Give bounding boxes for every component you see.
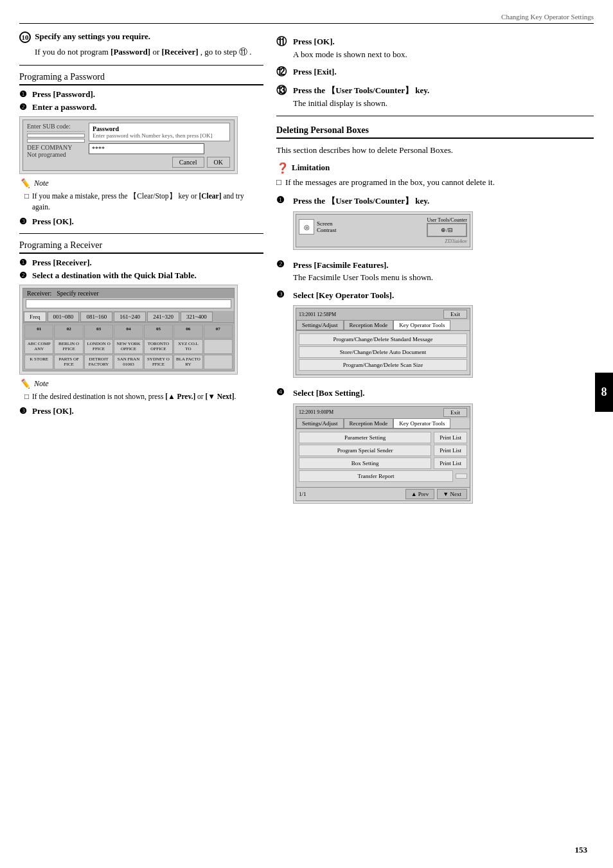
page: Changing Key Operator Settings 10 Specif… bbox=[0, 0, 613, 868]
box-next-btn[interactable]: ▼ Next bbox=[437, 489, 467, 499]
del-step3: ❸ Select [Key Operator Tools]. 13:2001 1… bbox=[276, 289, 594, 382]
recv-cell[interactable]: SYDNEY OFFICE bbox=[144, 355, 173, 369]
recv-cell[interactable]: ABC COMPANY bbox=[24, 339, 53, 354]
screen-field1 bbox=[27, 134, 85, 137]
box-print-3[interactable]: Print List bbox=[434, 457, 467, 469]
box-setting-time: 12:2001 9:00PM bbox=[299, 409, 333, 415]
del-step3-number: ❸ bbox=[276, 289, 290, 300]
del-step1: ❶ Press the 【User Tools/Counter】 key. ◎ bbox=[276, 195, 594, 254]
box-label-2[interactable]: Program Special Sender bbox=[299, 445, 431, 456]
recv-note-body: If the desired destination is not shown,… bbox=[19, 391, 263, 402]
recv-cell[interactable]: K STORE bbox=[24, 355, 53, 369]
receiver-screen: Receiver: Specify receiver Freq 001~080 … bbox=[19, 285, 238, 375]
key-op-tab-settings[interactable]: Settings/Adjust bbox=[296, 320, 344, 330]
step12: ⑫ Press [Exit]. bbox=[276, 66, 594, 79]
recv-cell: 02 bbox=[54, 324, 83, 339]
screen-item1: Screen bbox=[317, 220, 337, 227]
key-op-tab-reception[interactable]: Reception Mode bbox=[344, 320, 394, 330]
recv-tab-4[interactable]: 241~320 bbox=[147, 312, 179, 322]
recv-tab-2[interactable]: 081~160 bbox=[80, 312, 112, 322]
left-column: 10 Specify any settings you require. If … bbox=[19, 30, 263, 513]
step10-text: Specify any settings you require. bbox=[35, 31, 150, 41]
recv-cell[interactable]: NEW YORKOFFICE bbox=[114, 339, 143, 354]
recv-cell[interactable]: TORONTOOFFICE bbox=[144, 339, 173, 354]
key-op-time: 13:2001 12:58PM bbox=[299, 312, 336, 317]
receiver-step3-bullet: ❸ bbox=[19, 406, 30, 416]
recv-note-label: Note bbox=[34, 379, 49, 389]
recv-cell: 03 bbox=[84, 324, 113, 339]
step11-text: Press [OK]. bbox=[293, 37, 335, 46]
key-op-item-2[interactable]: Store/Change/Delete Auto Document bbox=[299, 346, 467, 358]
password-note: ✏️ Note If you make a mistake, press the… bbox=[19, 178, 263, 213]
step11-number: ⑪ bbox=[276, 35, 290, 49]
box-setting-tab-reception[interactable]: Reception Mode bbox=[344, 418, 394, 429]
recv-cell[interactable] bbox=[204, 355, 233, 369]
step13-detail: The initial display is shown. bbox=[293, 97, 594, 110]
screen-input-value: **** bbox=[92, 145, 105, 152]
right-column: ⑪ Press [OK]. A box mode is shown next t… bbox=[276, 30, 594, 513]
key-op-item-1[interactable]: Program/Change/Delete Standard Message bbox=[299, 333, 467, 345]
page-header: Changing Key Operator Settings bbox=[19, 13, 594, 24]
box-print-1[interactable]: Print List bbox=[434, 432, 467, 443]
del-step1-text: Press the 【User Tools/Counter】 key. bbox=[293, 196, 429, 206]
box-label-3[interactable]: Box Setting bbox=[299, 457, 431, 469]
box-setting-tab-settings[interactable]: Settings/Adjust bbox=[296, 418, 344, 429]
box-setting-tab-keyop[interactable]: Key Operator Tools bbox=[393, 418, 450, 429]
box-label-4[interactable]: Transfer Report bbox=[299, 470, 453, 482]
password-step3: ❸ Press [OK]. bbox=[19, 217, 263, 227]
receiver-step2-bullet: ❷ bbox=[19, 270, 30, 281]
key-op-tab-keyop[interactable]: Key Operator Tools bbox=[393, 320, 450, 330]
page-number: 153 bbox=[575, 845, 588, 855]
recv-cell[interactable]: LONDON OFFICE bbox=[84, 339, 113, 354]
password-step3-bullet: ❸ bbox=[19, 217, 30, 227]
screen-company: DEF COMPANY bbox=[27, 144, 85, 151]
screen-field2 bbox=[27, 139, 85, 143]
recv-cell[interactable]: SAN FRAN01003 bbox=[114, 355, 143, 369]
receiver-note: ✏️ Note If the desired destination is no… bbox=[19, 378, 263, 402]
recv-cell[interactable]: XYZ CO.LTO bbox=[173, 339, 202, 354]
note-label: Note bbox=[34, 179, 49, 188]
screen-hint: Enter password with Number keys, then pr… bbox=[93, 132, 226, 139]
recv-cell[interactable] bbox=[204, 339, 233, 354]
recv-cell[interactable]: BERLIN OFFICE bbox=[54, 339, 83, 354]
box-label-1[interactable]: Parameter Setting bbox=[299, 432, 431, 443]
screen-not-programed: Not programed bbox=[27, 151, 85, 158]
recv-tab-1[interactable]: 001~080 bbox=[48, 312, 80, 322]
screen-icon: ◎ bbox=[299, 219, 314, 235]
step10-bold2: [Receiver] bbox=[162, 47, 199, 57]
step10-end: , go to step bbox=[200, 47, 239, 57]
recv-input[interactable] bbox=[26, 299, 231, 308]
box-prev-btn[interactable]: ▲ Prev bbox=[405, 489, 435, 499]
recv-cell[interactable]: PARTS OFFICE bbox=[54, 355, 83, 369]
box-print-2[interactable]: Print List bbox=[434, 445, 467, 456]
step10-number: 10 bbox=[19, 31, 31, 43]
step10-period: . bbox=[249, 47, 251, 57]
receiver-step3-text: Press [OK]. bbox=[32, 406, 74, 416]
deleting-title: Deleting Personal Boxes bbox=[276, 125, 594, 139]
screen-item2: Contrast bbox=[317, 227, 337, 233]
recv-tab-freq[interactable]: Freq bbox=[24, 312, 46, 322]
screen-password-input[interactable]: **** bbox=[89, 143, 204, 154]
step11-detail: A box mode is shown next to box. bbox=[293, 48, 594, 61]
recv-cell: 04 bbox=[114, 324, 143, 339]
screen-ok-btn[interactable]: OK bbox=[207, 157, 230, 168]
recv-cell[interactable]: DETROITFACTORY bbox=[84, 355, 113, 369]
del-step3-text: Select [Key Operator Tools]. bbox=[293, 290, 394, 300]
key-op-item-3[interactable]: Program/Change/Delete Scan Size bbox=[299, 359, 467, 371]
recv-tab-3[interactable]: 161~240 bbox=[114, 312, 146, 322]
note-line1: If you make a mistake, press the 【Clear/… bbox=[26, 191, 263, 213]
screen-cancel-btn[interactable]: Cancel bbox=[172, 157, 204, 168]
box-setting-exit-btn[interactable]: Exit bbox=[443, 408, 467, 417]
box-print-4 bbox=[456, 474, 467, 479]
password-step1: ❶ Press [Password]. bbox=[19, 89, 263, 100]
key-op-exit-btn[interactable]: Exit bbox=[443, 310, 467, 319]
del-step1-number: ❶ bbox=[276, 195, 290, 206]
recv-tab-5[interactable]: 321~400 bbox=[181, 312, 213, 322]
chapter-title: Changing Key Operator Settings bbox=[501, 13, 594, 21]
recv-cell[interactable]: BLA FACTORY bbox=[173, 355, 202, 369]
screen-right-btn[interactable]: ⊕/⊟ bbox=[427, 223, 467, 237]
box-row-3: Box Setting Print List bbox=[299, 457, 467, 469]
del-step1-screen: ◎ Screen Contrast User Tool bbox=[293, 211, 473, 250]
password-step2-text: Enter a password. bbox=[32, 102, 97, 112]
password-step1-bullet: ❶ bbox=[19, 89, 30, 100]
